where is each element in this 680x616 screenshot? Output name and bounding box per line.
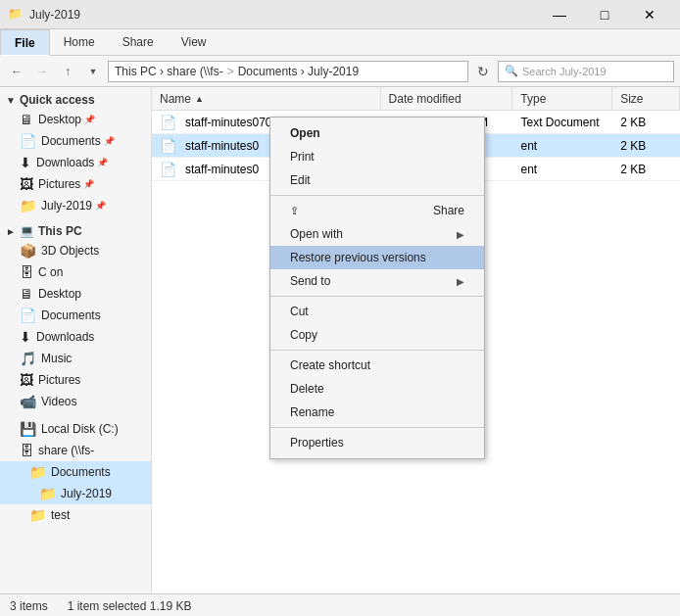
- file-icon: 📄: [160, 115, 176, 130]
- selected-info: 1 item selected 1.19 KB: [68, 599, 192, 613]
- close-button[interactable]: ✕: [627, 0, 672, 29]
- search-icon: 🔍: [505, 65, 518, 77]
- sort-asc-icon: ▲: [195, 94, 204, 104]
- documents3-icon: 📁: [29, 464, 46, 480]
- file-list: Name ▲ Date modified Type Size 📄 staff-m…: [152, 87, 680, 593]
- sidebar-item-documents[interactable]: 📄 Documents 📌: [0, 130, 151, 152]
- sidebar-item-localdisk[interactable]: 💾 Local Disk (C:): [0, 418, 151, 440]
- sidebar-thispc-header[interactable]: ► 💻 This PC: [0, 222, 151, 240]
- sidebar-item-pictures2[interactable]: 🖼 Pictures: [0, 369, 151, 391]
- sidebar-item-desktop2[interactable]: 🖥 Desktop: [0, 283, 151, 305]
- address-bar[interactable]: This PC › share (\\fs- > Documents › Jul…: [108, 61, 468, 82]
- ctx-divider-4: [270, 427, 484, 428]
- share-symbol: ⇪: [290, 205, 299, 217]
- ctx-share[interactable]: ⇪ Share: [270, 199, 484, 222]
- test-icon: 📁: [29, 507, 46, 523]
- folder-icon-july: 📁: [20, 198, 36, 213]
- up-button[interactable]: ↑: [57, 61, 78, 82]
- tab-home[interactable]: Home: [50, 29, 109, 55]
- title-bar-buttons: — □ ✕: [537, 0, 672, 29]
- sidebar-item-downloads2[interactable]: ⬇ Downloads: [0, 326, 151, 348]
- ctx-divider-1: [270, 195, 484, 196]
- file-icon: 📄: [160, 138, 176, 154]
- ctx-open[interactable]: Open: [270, 121, 484, 145]
- music-icon: 🎵: [20, 351, 36, 366]
- sidebar-item-desktop[interactable]: 🖥 Desktop 📌: [0, 109, 151, 130]
- sidebar-item-3dobjects[interactable]: 📦 3D Objects: [0, 240, 151, 261]
- sidebar-item-test[interactable]: 📁 test: [0, 504, 151, 526]
- refresh-button[interactable]: ↻: [472, 61, 494, 82]
- col-header-type[interactable]: Type: [512, 87, 612, 111]
- downloads-icon: ⬇: [20, 155, 31, 170]
- ctx-divider-2: [270, 296, 484, 297]
- pin-icon-docs: 📌: [104, 136, 115, 146]
- file-size-cell: 2 KB: [612, 163, 680, 176]
- file-size-cell: 2 KB: [612, 139, 680, 153]
- sidebar-item-july2019-2[interactable]: 📁 July-2019: [0, 483, 151, 504]
- sidebar-item-music[interactable]: 🎵 Music: [0, 348, 151, 369]
- maximize-button[interactable]: □: [582, 0, 627, 29]
- desktop2-icon: 🖥: [20, 286, 33, 302]
- ctx-restore[interactable]: Restore previous versions: [270, 246, 484, 269]
- ctx-edit[interactable]: Edit: [270, 168, 484, 192]
- localdisk-icon: 💾: [20, 421, 36, 437]
- ctx-copy[interactable]: Copy: [270, 323, 484, 347]
- ctx-arrow-openwith: ▶: [457, 229, 464, 240]
- tab-file[interactable]: File: [0, 29, 50, 56]
- ctx-openwith[interactable]: Open with ▶: [270, 222, 484, 246]
- quick-access-arrow: ▼: [6, 95, 16, 106]
- sidebar-item-documents3[interactable]: 📁 Documents: [0, 461, 151, 483]
- videos-icon: 📹: [20, 394, 36, 409]
- sidebar-item-videos[interactable]: 📹 Videos: [0, 391, 151, 412]
- sidebar-item-downloads[interactable]: ⬇ Downloads 📌: [0, 152, 151, 173]
- pin-icon-jul: 📌: [95, 201, 106, 211]
- search-bar[interactable]: 🔍 Search July-2019: [498, 61, 674, 82]
- desktop-icon: 🖥: [20, 112, 33, 127]
- sidebar-item-share[interactable]: 🗄 share (\\fs-: [0, 440, 151, 461]
- sidebar-item-july2019[interactable]: 📁 July-2019 📌: [0, 195, 151, 216]
- col-header-size[interactable]: Size: [612, 87, 680, 111]
- pictures2-icon: 🖼: [20, 372, 33, 388]
- sidebar-item-documents2[interactable]: 📄 Documents: [0, 305, 151, 326]
- ctx-delete[interactable]: Delete: [270, 377, 484, 401]
- ribbon-tabs: File Home Share View: [0, 29, 680, 55]
- pin-icon-pic: 📌: [83, 179, 94, 189]
- tab-view[interactable]: View: [168, 29, 220, 55]
- window-icon: 📁: [8, 7, 24, 23]
- sidebar-quick-access-header[interactable]: ▼ Quick access: [0, 91, 151, 109]
- search-placeholder: Search July-2019: [522, 66, 607, 77]
- col-header-date[interactable]: Date modified: [381, 87, 513, 111]
- col-header-name[interactable]: Name ▲: [152, 87, 381, 111]
- address-separator: >: [227, 65, 234, 78]
- 3dobjects-icon: 📦: [20, 243, 36, 259]
- ctx-print[interactable]: Print: [270, 145, 484, 168]
- forward-button[interactable]: →: [31, 61, 53, 82]
- minimize-button[interactable]: —: [537, 0, 582, 29]
- ribbon: File Home Share View: [0, 29, 680, 56]
- status-bar: 3 items 1 item selected 1.19 KB: [0, 593, 680, 616]
- tab-share[interactable]: Share: [109, 29, 168, 55]
- back-button[interactable]: ←: [6, 61, 27, 82]
- share-icon: 🗄: [20, 443, 33, 458]
- ctx-divider-3: [270, 350, 484, 351]
- pin-icon: 📌: [84, 115, 95, 124]
- file-type-cell: ent: [512, 163, 612, 176]
- con-icon: 🗄: [20, 264, 33, 280]
- ctx-cut[interactable]: Cut: [270, 300, 484, 323]
- ctx-createshortcut[interactable]: Create shortcut: [270, 354, 484, 377]
- window-title: July-2019: [29, 8, 537, 22]
- pin-icon-dl: 📌: [97, 158, 108, 167]
- recent-button[interactable]: ▼: [82, 61, 104, 82]
- thispc-icon: 💻: [20, 224, 34, 238]
- thispc-arrow: ►: [6, 226, 16, 237]
- ctx-properties[interactable]: Properties: [270, 431, 484, 454]
- sidebar-item-con[interactable]: 🗄 C on: [0, 261, 151, 283]
- documents2-icon: 📄: [20, 308, 36, 323]
- july2019-2-icon: 📁: [39, 486, 56, 501]
- ctx-rename[interactable]: Rename: [270, 401, 484, 424]
- item-count: 3 items: [10, 599, 48, 613]
- documents-icon: 📄: [20, 133, 36, 149]
- ctx-sendto[interactable]: Send to ▶: [270, 269, 484, 293]
- sidebar-item-pictures[interactable]: 🖼 Pictures 📌: [0, 173, 151, 195]
- file-size-cell: 2 KB: [612, 116, 680, 129]
